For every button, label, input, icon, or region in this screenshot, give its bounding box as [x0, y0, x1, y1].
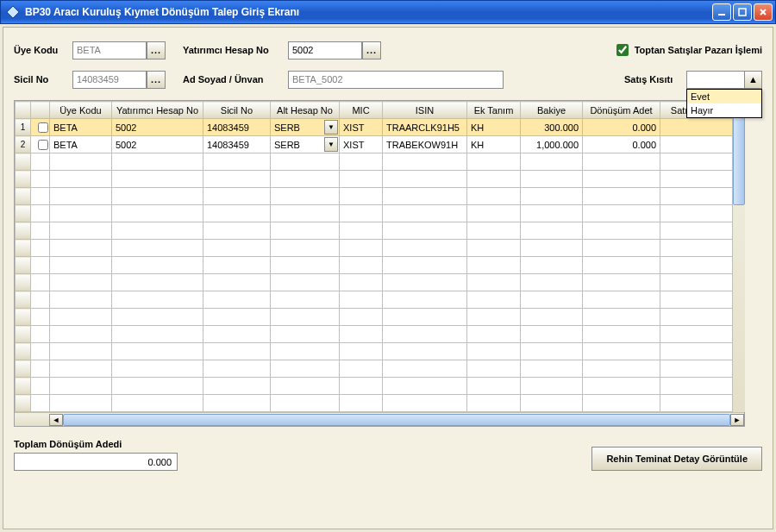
grid-corner: [16, 102, 31, 119]
grid-header-alt-hesap-no[interactable]: Alt Hesap No: [271, 102, 340, 119]
app-icon: [6, 5, 20, 19]
satis-kisiti-input[interactable]: [686, 71, 745, 89]
row-number: 2: [16, 136, 31, 153]
sicil-no-label: Sicil No: [14, 74, 72, 84]
grid-header-yatirimci-hesap-no[interactable]: Yatırımcı Hesap No: [112, 102, 203, 119]
grid-horizontal-scrollbar[interactable]: ◄ ►: [15, 412, 744, 426]
alt-hesap-dropdown-button[interactable]: ▼: [324, 120, 338, 135]
cell-bakiye[interactable]: 300.000: [521, 119, 583, 136]
alt-hesap-dropdown-button[interactable]: ▼: [324, 137, 338, 152]
row-number: 1: [16, 119, 31, 136]
cell-uye-kodu[interactable]: BETA: [50, 119, 112, 136]
cell-sicil-no[interactable]: 14083459: [203, 119, 271, 136]
window-title: BP30 Aracı Kuruluş Kıymet Dönüşüm Talep …: [25, 6, 712, 18]
window-close-button[interactable]: [754, 3, 773, 21]
chevron-down-icon: ▼: [328, 123, 335, 131]
cell-satis-suresi[interactable]: [660, 136, 733, 153]
grid-header-isin[interactable]: ISIN: [383, 102, 467, 119]
cell-alt-hesap-no-text: SERB: [274, 122, 300, 133]
sicil-no-lookup-button[interactable]: ...: [147, 71, 166, 89]
toptan-satis-label: Toptan Satışlar Pazarı İşlemi: [635, 45, 762, 55]
chevron-down-icon: ▼: [328, 141, 335, 148]
grid-header-bakiye[interactable]: Bakiye: [521, 102, 583, 119]
ad-soyad-label: Ad Soyad / Ünvan: [183, 74, 288, 84]
cell-alt-hesap-no[interactable]: SERB ▼: [271, 136, 340, 153]
svg-marker-0: [7, 6, 19, 18]
satis-kisiti-option-hayir[interactable]: Hayır: [687, 103, 761, 117]
grid-header-mic[interactable]: MIC: [340, 102, 383, 119]
yatirimci-hesap-lookup-button[interactable]: ...: [362, 41, 381, 59]
uye-kodu-lookup-button[interactable]: ...: [147, 41, 166, 59]
row-select-checkbox[interactable]: [38, 140, 48, 150]
total-label: Toplam Dönüşüm Adedi: [14, 439, 178, 449]
toptan-satis-checkbox[interactable]: [616, 44, 629, 56]
cell-alt-hesap-no[interactable]: SERB ▼: [271, 119, 340, 136]
satis-kisiti-label: Satış Kısıtı: [624, 74, 686, 84]
grid-header-sicil-no[interactable]: Sicil No: [203, 102, 271, 119]
cell-mic[interactable]: XIST: [340, 136, 383, 153]
row-select-checkbox[interactable]: [38, 122, 48, 133]
uye-kodu-field[interactable]: [72, 41, 147, 59]
sicil-no-field[interactable]: [72, 71, 147, 89]
cell-alt-hesap-no-text: SERB: [274, 140, 300, 150]
main-panel: Üye Kodu ... Yatırımcı Hesap No ... Topt…: [3, 27, 773, 529]
uye-kodu-label: Üye Kodu: [14, 45, 72, 55]
cell-uye-kodu[interactable]: BETA: [50, 136, 112, 153]
total-field: [14, 453, 178, 471]
grid-header-donusum-adet[interactable]: Dönüşüm Adet: [583, 102, 660, 119]
scrollbar-thumb[interactable]: [63, 414, 730, 426]
scroll-right-button[interactable]: ►: [730, 414, 744, 426]
cell-satis-suresi[interactable]: [660, 119, 733, 136]
cell-mic[interactable]: XIST: [340, 119, 383, 136]
cell-ek-tanim[interactable]: KH: [467, 136, 521, 153]
grid-header-select[interactable]: [31, 102, 50, 119]
client-area: Üye Kodu ... Yatırımcı Hesap No ... Topt…: [0, 24, 776, 532]
satis-kisiti-dropdown[interactable]: Evet Hayır: [686, 89, 762, 118]
window-titlebar: BP30 Aracı Kuruluş Kıymet Dönüşüm Talep …: [0, 0, 776, 24]
data-grid[interactable]: Üye Kodu Yatırımcı Hesap No Sicil No Alt…: [14, 100, 745, 427]
satis-kisiti-option-evet[interactable]: Evet: [687, 90, 761, 103]
satis-kisiti-combo[interactable]: ▲ Evet Hayır: [686, 71, 762, 89]
cell-sicil-no[interactable]: 14083459: [203, 136, 271, 153]
scroll-left-button[interactable]: ◄: [49, 414, 63, 426]
table-row[interactable]: 1 BETA 5002 14083459 SERB ▼ XIST: [16, 119, 733, 136]
svg-rect-2: [739, 9, 746, 16]
ad-soyad-field[interactable]: [288, 71, 504, 89]
window-minimize-button[interactable]: [712, 3, 731, 21]
cell-ek-tanim[interactable]: KH: [467, 119, 521, 136]
triangle-up-icon: ▲: [748, 74, 758, 84]
rehin-teminat-detay-button[interactable]: Rehin Teminat Detay Görüntüle: [591, 447, 762, 471]
cell-isin[interactable]: TRAARCLK91H5: [383, 119, 467, 136]
yatirimci-hesap-label: Yatırımcı Hesap No: [183, 45, 288, 55]
grid-vertical-scrollbar[interactable]: [732, 101, 745, 412]
satis-kisiti-dropdown-button[interactable]: ▲: [745, 71, 762, 89]
svg-rect-1: [718, 14, 725, 16]
cell-bakiye[interactable]: 1,000.000: [521, 136, 583, 153]
table-row[interactable]: 2 BETA 5002 14083459 SERB ▼ XIST: [16, 136, 733, 153]
window-maximize-button[interactable]: [733, 3, 752, 21]
cell-isin[interactable]: TRABEKOW91H: [383, 136, 467, 153]
cell-donusum-adet[interactable]: 0.000: [583, 136, 660, 153]
yatirimci-hesap-field[interactable]: [288, 41, 362, 59]
cell-yatirimci-hesap-no[interactable]: 5002: [112, 119, 203, 136]
grid-header-uye-kodu[interactable]: Üye Kodu: [50, 102, 112, 119]
cell-yatirimci-hesap-no[interactable]: 5002: [112, 136, 203, 153]
cell-donusum-adet[interactable]: 0.000: [583, 119, 660, 136]
grid-header-ek-tanim[interactable]: Ek Tanım: [467, 102, 521, 119]
